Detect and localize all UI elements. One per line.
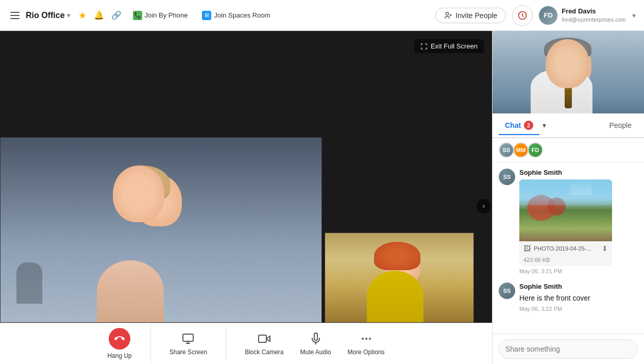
link-button[interactable]: 🔗	[109, 8, 124, 22]
msg-image	[519, 179, 612, 241]
participant-avatar-2: MM	[513, 142, 529, 158]
join-phone-label: Join By Phone	[145, 11, 188, 19]
file-size: 423.66 KB	[519, 256, 612, 266]
join-spaces-label: Join Spaces Room	[214, 11, 270, 19]
app-title-chevron[interactable]: ▾	[67, 12, 70, 19]
svg-point-11	[365, 338, 367, 340]
video-grid: Exit Full Screen	[0, 31, 492, 323]
video-participants	[0, 31, 492, 323]
msg-timestamp-1: May 06, 3:21 PM	[519, 268, 638, 274]
block-camera-label: Block Camera	[245, 349, 283, 356]
msg-text-2: Here is the front cover	[519, 293, 638, 304]
chat-tab-label: Chat	[505, 121, 521, 129]
phone-icon: 📞	[133, 11, 142, 20]
chat-tab[interactable]: Chat 2	[499, 117, 539, 135]
app-title-text: Rio Office	[26, 11, 65, 20]
msg-image-card[interactable]: 🖼 PHOTO-2019-04-25-... ⬇ 423.66 KB	[519, 179, 612, 266]
join-spaces-room-button[interactable]: ⊞ Join Spaces Room	[197, 8, 275, 23]
user-info[interactable]: FD Fred Davis fred@xyzenterprises.com ▾	[539, 6, 636, 25]
fullscreen-icon	[420, 43, 428, 50]
microphone-icon	[310, 333, 322, 345]
exit-fullscreen-label: Exit Full Screen	[431, 42, 478, 50]
participant-avatar-3: FD	[528, 142, 543, 158]
chat-dropdown-button[interactable]: ▾	[539, 119, 549, 131]
header-left: Rio Office ▾ ★ 🔔 🔗 📞 Join By Phone ⊞ Joi…	[8, 8, 430, 23]
people-tab-label: People	[609, 121, 632, 129]
app-title: Rio Office ▾	[26, 11, 70, 20]
header: Rio Office ▾ ★ 🔔 🔗 📞 Join By Phone ⊞ Joi…	[0, 0, 644, 31]
spaces-icon: ⊞	[202, 11, 211, 20]
ellipsis-icon	[360, 333, 372, 345]
panel-top-video	[493, 31, 644, 113]
invite-icon	[444, 11, 452, 20]
header-right: Invite People FD Fred Davis fred@xyzente…	[435, 5, 636, 26]
camera-audio-group: Block Camera Mute Audio	[226, 327, 403, 360]
camera-icon	[257, 332, 272, 346]
header-icons: ★ 🔔 🔗	[76, 8, 124, 23]
download-button[interactable]: ⬇	[602, 244, 608, 253]
panel-tabs: Chat 2 ▾ People	[493, 113, 644, 138]
share-screen-icon	[181, 332, 195, 346]
user-chevron: ▾	[632, 11, 636, 20]
main-content: Exit Full Screen	[0, 31, 644, 364]
user-email: fred@xyzenterprises.com	[562, 16, 626, 23]
block-camera-button[interactable]: Block Camera	[236, 327, 292, 360]
msg-body-1: Sophie Smith 🖼 PHOTO-2019-04-25-...	[519, 169, 638, 274]
chat-message-1: SS Sophie Smith 🖼 PHOTO-201	[499, 169, 638, 274]
screen-icon	[182, 333, 194, 345]
join-by-phone-button[interactable]: 📞 Join By Phone	[128, 8, 193, 23]
msg-file-row: 🖼 PHOTO-2019-04-25-... ⬇	[519, 241, 612, 256]
more-options-button[interactable]: More Options	[340, 327, 393, 360]
chat-input[interactable]	[499, 339, 638, 359]
hang-up-button[interactable]: Hang Up	[99, 324, 140, 363]
msg-sender-2: Sophie Smith	[519, 283, 638, 290]
mute-audio-label: Mute Audio	[300, 349, 331, 356]
more-options-icon	[359, 332, 374, 346]
hangup-group: Hang Up	[89, 324, 150, 363]
svg-marker-7	[266, 336, 270, 341]
share-screen-label: Share Screen	[170, 349, 207, 356]
svg-rect-4	[183, 334, 193, 341]
hamburger-menu-button[interactable]	[8, 10, 22, 21]
video-camera-icon	[258, 333, 270, 345]
share-screen-button[interactable]: Share Screen	[161, 327, 215, 360]
exit-fullscreen-button[interactable]: Exit Full Screen	[414, 39, 484, 53]
file-name: PHOTO-2019-04-25-...	[534, 245, 599, 252]
participant-avatar-1: SS	[499, 142, 514, 158]
video-area: Exit Full Screen	[0, 31, 492, 364]
msg-body-2: Sophie Smith Here is the front cover May…	[519, 283, 638, 312]
participants-row: SS MM FD	[493, 138, 644, 162]
svg-point-10	[362, 338, 364, 340]
hang-up-label: Hang Up	[107, 352, 131, 359]
phone-hangup-icon	[112, 332, 127, 346]
invite-people-button[interactable]: Invite People	[435, 8, 506, 23]
people-tab[interactable]: People	[603, 117, 638, 135]
mic-icon	[309, 332, 323, 346]
share-screen-group: Share Screen	[151, 327, 226, 360]
hangup-icon	[104, 323, 134, 354]
timer-button[interactable]	[512, 5, 533, 26]
chat-message-2: SS Sophie Smith Here is the front cover …	[499, 283, 638, 312]
chat-input-area	[493, 334, 644, 364]
user-text: Fred Davis fred@xyzenterprises.com	[562, 7, 626, 23]
expand-arrow-icon	[481, 203, 487, 209]
more-options-label: More Options	[348, 349, 385, 356]
svg-point-12	[369, 338, 371, 340]
right-panel: Chat 2 ▾ People SS MM FD SS Sophie Smith	[492, 31, 644, 364]
star-button[interactable]: ★	[76, 8, 89, 23]
chat-badge: 2	[524, 121, 533, 130]
chat-dropdown-arrow: ▾	[543, 121, 546, 129]
bottom-controls: Hang Up Share Screen	[0, 323, 492, 364]
msg-sender-1: Sophie Smith	[519, 169, 638, 176]
svg-point-0	[446, 12, 449, 15]
file-icon: 🖼	[523, 244, 531, 253]
expand-panel-button[interactable]	[477, 199, 491, 213]
user-name: Fred Davis	[562, 7, 626, 16]
bell-button[interactable]: 🔔	[92, 8, 106, 22]
video-main-participant	[0, 137, 322, 323]
msg-timestamp-2: May 06, 3:22 PM	[519, 306, 638, 312]
mute-audio-button[interactable]: Mute Audio	[292, 327, 340, 360]
invite-label: Invite People	[455, 11, 497, 20]
video-secondary-participant	[325, 233, 474, 323]
chat-messages: SS Sophie Smith 🖼 PHOTO-201	[493, 162, 644, 334]
